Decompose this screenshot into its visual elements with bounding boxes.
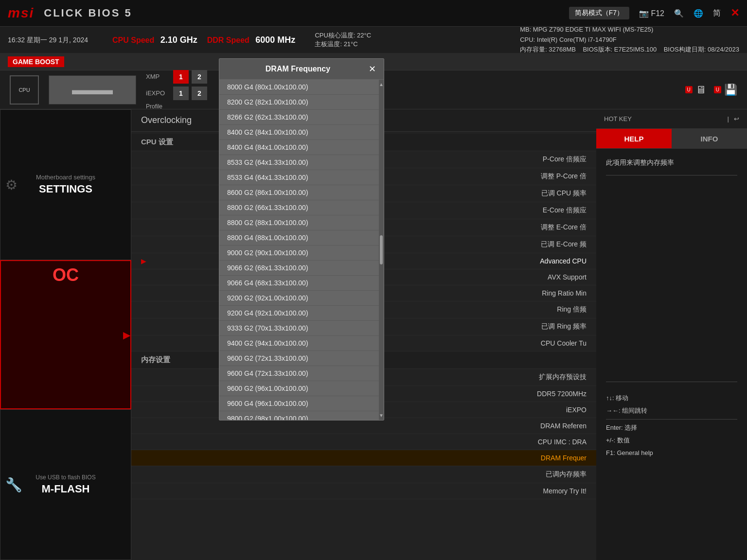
key-legend-item: F1: General help: [606, 447, 737, 459]
screenshot-icon[interactable]: 📷 F12: [639, 9, 664, 18]
scrollbar-track[interactable]: ▲ ▼: [379, 80, 384, 420]
usb-area: U 🖥 U 💾: [685, 84, 737, 96]
help-info-tabs: HELP INFO: [596, 129, 747, 149]
help-divider: [606, 175, 737, 175]
oc-list-item[interactable]: ▶Memory Try It!: [131, 483, 596, 499]
sidebar-item-oc[interactable]: OC ▶: [0, 260, 131, 410]
list-item[interactable]: 8533 G4 (64x1.33x100.00): [219, 170, 379, 185]
list-item[interactable]: 8800 G2 (88x1.00x100.00): [219, 215, 379, 230]
list-item[interactable]: 8533 G2 (64x1.33x100.00): [219, 155, 379, 170]
list-item[interactable]: 9600 G2 (96x1.00x100.00): [219, 381, 379, 396]
key-legend-divider: [606, 382, 737, 382]
sidebar-oc-arrow: ▶: [123, 329, 130, 341]
xmp-label: XMP: [146, 73, 170, 80]
memory-icon: ▬▬▬: [49, 75, 136, 105]
drive-icon: 💾: [724, 84, 737, 96]
system-info: MB: MPG Z790 EDGE TI MAX WIFI (MS-7E25) …: [520, 25, 739, 55]
iexpo-profile-2[interactable]: 2: [192, 87, 207, 100]
left-sidebar: Motherboard settings SETTINGS ⚙ OC ▶ Use…: [0, 109, 131, 560]
oc-list-item[interactable]: ▶已调内存频率: [131, 466, 596, 483]
list-item[interactable]: 8400 G4 (84x1.00x100.00): [219, 140, 379, 155]
msi-logo: msi: [8, 5, 34, 21]
list-item[interactable]: 9600 G4 (72x1.33x100.00): [219, 366, 379, 381]
modal-body: 8000 G4 (80x1.00x100.00)8200 G2 (82x1.00…: [219, 80, 384, 420]
cpu-speed-label: CPU Speed: [112, 36, 154, 44]
lang-label[interactable]: 简: [713, 8, 721, 18]
game-boost-label[interactable]: GAME BOOST: [8, 56, 64, 67]
list-item[interactable]: 9066 G4 (68x1.33x100.00): [219, 276, 379, 291]
list-item[interactable]: 9200 G4 (92x1.00x100.00): [219, 306, 379, 321]
tab-help[interactable]: HELP: [596, 129, 672, 148]
list-item[interactable]: 9600 G2 (72x1.33x100.00): [219, 351, 379, 366]
time: 16:32 星期一 29 1月, 2024: [8, 36, 88, 44]
xmp-profile-2[interactable]: 2: [192, 70, 207, 84]
list-item[interactable]: 9800 G2 (98x1.00x100.00): [219, 411, 379, 420]
key-legend-item: +/-: 数值: [606, 434, 737, 447]
list-item[interactable]: 8600 G2 (86x1.00x100.00): [219, 185, 379, 200]
iexpo-label: iEXPO: [146, 89, 170, 97]
sidebar-flash-title: M-FLASH: [42, 483, 90, 495]
sidebar-flash-subtitle: Use USB to flash BIOS: [36, 474, 95, 481]
list-item[interactable]: 8266 G2 (62x1.33x100.00): [219, 110, 379, 125]
sidebar-item-flash[interactable]: Use USB to flash BIOS M-FLASH 🔧: [0, 409, 131, 560]
list-item[interactable]: 8200 G2 (82x1.00x100.00): [219, 95, 379, 110]
right-panel: HOT KEY | ↩ HELP INFO 此项用来调整内存频率 ↑↓: 移动→…: [596, 109, 747, 560]
list-item[interactable]: 9200 G2 (92x1.00x100.00): [219, 291, 379, 306]
tab-info[interactable]: INFO: [672, 129, 747, 148]
app-name: CLICK BIOS 5: [44, 7, 132, 19]
cpu-speed-value: 2.10 GHz: [160, 35, 197, 45]
modal-close-button[interactable]: ✕: [369, 64, 376, 74]
modal-title: DRAM Frequency: [227, 65, 369, 73]
xmp-row: XMP 1 2: [146, 70, 207, 84]
xmp-section: XMP 1 2 iEXPO 1 2 Profile: [146, 70, 207, 110]
sidebar-oc-title: OC: [53, 265, 79, 285]
iexpo-row: iEXPO 1 2: [146, 87, 207, 100]
key-legend-item: ↑↓: 移动: [606, 392, 737, 404]
list-item[interactable]: 9000 G2 (90x1.00x100.00): [219, 245, 379, 261]
sidebar-settings-title: SETTINGS: [39, 183, 92, 195]
dram-frequency-modal: DRAM Frequency ✕ 8000 G4 (80x1.00x100.00…: [219, 58, 384, 420]
top-bar: msi CLICK BIOS 5 简易模式（F7） 📷 F12 🔍 🌐 简 ✕: [0, 0, 747, 27]
list-item[interactable]: 8400 G2 (84x1.00x100.00): [219, 125, 379, 140]
help-space: [606, 183, 737, 378]
oc-list-item[interactable]: ▶DRAM Frequer: [131, 450, 596, 466]
modal-list[interactable]: 8000 G4 (80x1.00x100.00)8200 G2 (82x1.00…: [219, 80, 379, 420]
key-legend-item: Enter: 选择: [606, 421, 737, 434]
simple-mode-button[interactable]: 简易模式（F7）: [569, 7, 629, 19]
list-item[interactable]: 9066 G2 (68x1.33x100.00): [219, 261, 379, 276]
list-item[interactable]: 9400 G2 (94x1.00x100.00): [219, 336, 379, 351]
key-legend-item: →←: 组间跳转: [606, 404, 737, 417]
sidebar-item-settings[interactable]: Motherboard settings SETTINGS ⚙: [0, 109, 131, 260]
help-text: 此项用来调整内存频率: [606, 158, 737, 167]
modal-header: DRAM Frequency ✕: [219, 59, 384, 80]
list-item[interactable]: 8800 G2 (66x1.33x100.00): [219, 200, 379, 215]
usb-badge: U: [685, 86, 693, 93]
ddr-speed-display: DDR Speed 6000 MHz: [207, 35, 296, 45]
hotkey-pipe: |: [728, 115, 729, 122]
close-button[interactable]: ✕: [730, 7, 739, 19]
usb-badge-2: U: [714, 86, 721, 93]
clock-display: 16:32 星期一 29 1月, 2024: [8, 35, 103, 45]
temp-display: CPU核心温度: 22°C 主板温度: 21°C: [315, 31, 371, 49]
cpu-icon: CPU: [10, 75, 39, 105]
list-item[interactable]: 9333 G2 (70x1.33x100.00): [219, 321, 379, 336]
ddr-speed-value: 6000 MHz: [255, 35, 295, 45]
hotkey-return[interactable]: ↩: [734, 115, 739, 122]
list-item[interactable]: 9600 G4 (96x1.00x100.00): [219, 396, 379, 411]
list-item[interactable]: 8000 G4 (80x1.00x100.00): [219, 80, 379, 95]
iexpo-profile-1[interactable]: 1: [173, 87, 189, 100]
profile-label: Profile: [146, 103, 207, 110]
globe-icon[interactable]: 🌐: [694, 9, 703, 18]
hot-key-label: HOT KEY: [604, 115, 632, 122]
sidebar-settings-subtitle: Motherboard settings: [36, 174, 95, 181]
hot-key-bar: HOT KEY | ↩: [596, 109, 747, 129]
xmp-profile-1[interactable]: 1: [173, 70, 189, 84]
usb-icon: 🖥: [695, 84, 706, 96]
oc-list-item[interactable]: ▶CPU IMC : DRA: [131, 434, 596, 450]
help-content: 此项用来调整内存频率 ↑↓: 移动→←: 组间跳转Enter: 选择+/-: 数…: [596, 149, 747, 560]
cpu-speed-display: CPU Speed 2.10 GHz: [112, 35, 197, 45]
search-icon[interactable]: 🔍: [674, 9, 684, 18]
status-bar: 16:32 星期一 29 1月, 2024 CPU Speed 2.10 GHz…: [0, 27, 747, 53]
list-item[interactable]: 8800 G4 (88x1.00x100.00): [219, 230, 379, 245]
key-legend: ↑↓: 移动→←: 组间跳转Enter: 选择+/-: 数值F1: Genera…: [606, 392, 737, 459]
